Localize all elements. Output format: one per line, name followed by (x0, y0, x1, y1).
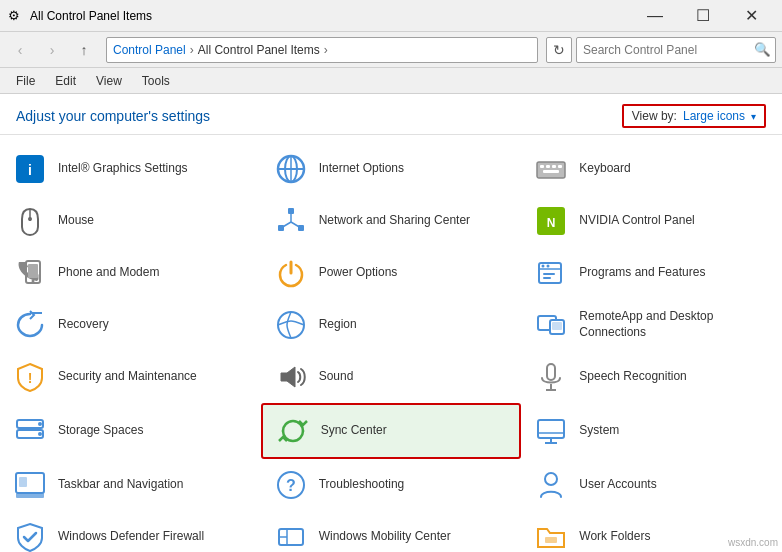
icon-keyboard (533, 151, 569, 187)
svg-text:?: ? (286, 477, 296, 494)
item-internet-options[interactable]: Internet Options (261, 143, 522, 195)
address-bar[interactable]: Control Panel › All Control Panel Items … (106, 37, 538, 63)
svg-text:N: N (547, 216, 556, 230)
breadcrumb-controlpanel[interactable]: Control Panel (113, 43, 186, 57)
item-programs-features[interactable]: Programs and Features (521, 247, 782, 299)
icon-storage-spaces (12, 413, 48, 449)
item-sync-center[interactable]: Sync Center (261, 403, 522, 459)
label-sound: Sound (319, 369, 354, 385)
item-nvidia-control[interactable]: NNVIDIA Control Panel (521, 195, 782, 247)
item-windows-mobility[interactable]: Windows Mobility Center (261, 511, 522, 552)
icon-security-maintenance: ! (12, 359, 48, 395)
view-by-value[interactable]: Large icons (683, 109, 745, 123)
label-nvidia-control: NVIDIA Control Panel (579, 213, 694, 229)
up-button[interactable]: ↑ (70, 36, 98, 64)
item-power-options[interactable]: Power Options (261, 247, 522, 299)
menu-tools[interactable]: Tools (134, 72, 178, 90)
menu-file[interactable]: File (8, 72, 43, 90)
item-taskbar-navigation[interactable]: Taskbar and Navigation (0, 459, 261, 511)
maximize-button[interactable]: ☐ (680, 0, 726, 32)
search-input[interactable] (577, 43, 749, 57)
label-intel-graphics: Intel® Graphics Settings (58, 161, 188, 177)
item-speech-recognition[interactable]: Speech Recognition (521, 351, 782, 403)
icon-region (273, 307, 309, 343)
svg-text:!: ! (28, 370, 33, 386)
breadcrumb: Control Panel › All Control Panel Items … (113, 43, 330, 57)
refresh-button[interactable]: ↻ (546, 37, 572, 63)
item-system[interactable]: System (521, 403, 782, 459)
search-button[interactable]: 🔍 (749, 37, 775, 63)
menu-view[interactable]: View (88, 72, 130, 90)
label-mouse: Mouse (58, 213, 94, 229)
label-internet-options: Internet Options (319, 161, 404, 177)
items-container: iIntel® Graphics SettingsInternet Option… (0, 135, 782, 552)
back-button[interactable]: ‹ (6, 36, 34, 64)
window-controls: — ☐ ✕ (632, 0, 774, 32)
icon-phone-modem (12, 255, 48, 291)
view-by-control[interactable]: View by: Large icons ▾ (622, 104, 766, 128)
item-network-sharing[interactable]: Network and Sharing Center (261, 195, 522, 247)
label-speech-recognition: Speech Recognition (579, 369, 686, 385)
item-windows-defender[interactable]: Windows Defender Firewall (0, 511, 261, 552)
icon-windows-defender (12, 519, 48, 552)
item-remoteapp[interactable]: RemoteApp and Desktop Connections (521, 299, 782, 351)
label-windows-mobility: Windows Mobility Center (319, 529, 451, 545)
svg-rect-49 (16, 493, 44, 498)
label-sync-center: Sync Center (321, 423, 387, 439)
item-recovery[interactable]: Recovery (0, 299, 261, 351)
label-power-options: Power Options (319, 265, 398, 281)
icon-troubleshooting: ? (273, 467, 309, 503)
item-keyboard[interactable]: Keyboard (521, 143, 782, 195)
label-windows-defender: Windows Defender Firewall (58, 529, 204, 545)
item-phone-modem[interactable]: Phone and Modem (0, 247, 261, 299)
search-box: 🔍 (576, 37, 776, 63)
label-system: System (579, 423, 619, 439)
close-button[interactable]: ✕ (728, 0, 774, 32)
svg-rect-34 (552, 322, 562, 330)
label-taskbar-navigation: Taskbar and Navigation (58, 477, 183, 493)
svg-rect-29 (543, 273, 555, 275)
nav-bar: ‹ › ↑ Control Panel › All Control Panel … (0, 32, 782, 68)
icon-recovery (12, 307, 48, 343)
svg-rect-7 (540, 165, 544, 168)
svg-rect-11 (543, 170, 559, 173)
svg-point-42 (38, 422, 42, 426)
icon-speech-recognition (533, 359, 569, 395)
svg-rect-50 (19, 477, 27, 487)
window-title: All Control Panel Items (30, 9, 632, 23)
window-icon: ⚙ (8, 8, 24, 24)
icon-system (533, 413, 569, 449)
item-user-accounts[interactable]: User Accounts (521, 459, 782, 511)
menu-edit[interactable]: Edit (47, 72, 84, 90)
item-security-maintenance[interactable]: !Security and Maintenance (0, 351, 261, 403)
svg-rect-57 (545, 537, 557, 543)
item-troubleshooting[interactable]: ?Troubleshooting (261, 459, 522, 511)
icon-mouse (12, 203, 48, 239)
svg-point-24 (32, 280, 35, 283)
forward-button[interactable]: › (38, 36, 66, 64)
item-storage-spaces[interactable]: Storage Spaces (0, 403, 261, 459)
label-recovery: Recovery (58, 317, 109, 333)
svg-rect-23 (28, 264, 38, 278)
label-security-maintenance: Security and Maintenance (58, 369, 197, 385)
label-network-sharing: Network and Sharing Center (319, 213, 470, 229)
view-by-arrow[interactable]: ▾ (751, 111, 756, 122)
item-mouse[interactable]: Mouse (0, 195, 261, 247)
label-remoteapp: RemoteApp and Desktop Connections (579, 309, 770, 340)
icon-sound (273, 359, 309, 395)
svg-marker-36 (281, 367, 295, 387)
icon-user-accounts (533, 467, 569, 503)
item-intel-graphics[interactable]: iIntel® Graphics Settings (0, 143, 261, 195)
minimize-button[interactable]: — (632, 0, 678, 32)
icon-taskbar-navigation (12, 467, 48, 503)
svg-point-28 (547, 265, 550, 268)
svg-point-43 (38, 432, 42, 436)
icon-nvidia-control: N (533, 203, 569, 239)
svg-point-53 (545, 473, 557, 485)
page-title: Adjust your computer's settings (16, 108, 210, 124)
title-bar: ⚙ All Control Panel Items — ☐ ✕ (0, 0, 782, 32)
item-region[interactable]: Region (261, 299, 522, 351)
label-phone-modem: Phone and Modem (58, 265, 159, 281)
svg-point-31 (278, 312, 304, 338)
item-sound[interactable]: Sound (261, 351, 522, 403)
